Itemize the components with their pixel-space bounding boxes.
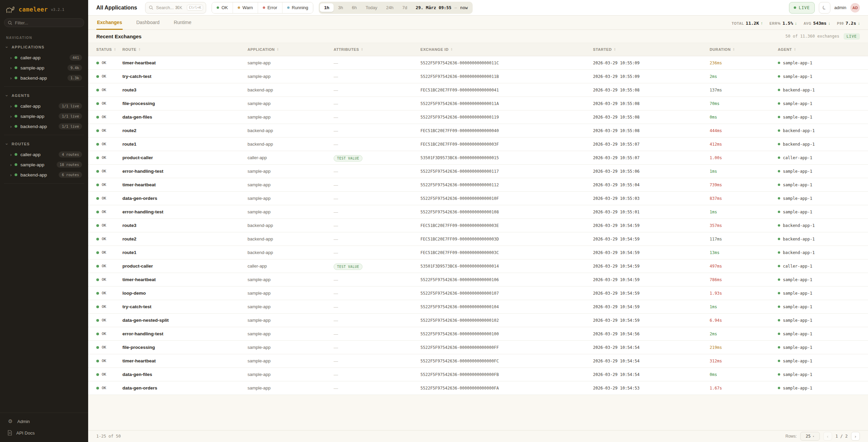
table-row[interactable]: OKfile-processingsample-app—5522F5F97542… — [88, 341, 868, 354]
avatar[interactable]: AD — [850, 3, 860, 13]
global-search[interactable]: Ctrl+K — [145, 2, 206, 14]
stat-value: 1.5% — [783, 21, 793, 26]
sidebar-item-admin[interactable]: ⚙ Admin — [4, 416, 84, 427]
column-header-status[interactable]: STATUS▲▼ — [96, 47, 122, 51]
attribute-badge: TEST VALUE — [334, 264, 362, 270]
table-row[interactable]: OKdata-gen-filessample-app—5522F5F975426… — [88, 368, 868, 381]
table-row[interactable]: OKdata-gen-nested-splitsample-app—5522F5… — [88, 314, 868, 327]
table-row[interactable]: OKerror-handling-testsample-app—5522F5F9… — [88, 205, 868, 219]
column-header-duration[interactable]: DURATION▲▼ — [710, 47, 778, 51]
filter-chip-running[interactable]: Running — [282, 2, 313, 13]
time-range-1h[interactable]: 1h — [320, 3, 334, 12]
column-header-exchange-id[interactable]: EXCHANGE ID▲▼ — [420, 47, 593, 51]
filter-chip-ok[interactable]: OK — [212, 2, 233, 13]
table-row[interactable]: OKtimer-heartbeatsample-app—5522F5F97542… — [88, 178, 868, 192]
column-header-started[interactable]: STARTED▲▼ — [593, 47, 710, 51]
cell-started: 2026-03-29 10:54:53 — [593, 386, 710, 391]
table-row[interactable]: OKtry-catch-testsample-app—5522F5F975426… — [88, 70, 868, 83]
filter-chip-error[interactable]: Error — [258, 2, 282, 13]
sidebar-item-agents-caller-app[interactable]: ›caller-app1/1 live — [4, 101, 84, 111]
agent-name: sample-app-1 — [783, 359, 812, 363]
table-row[interactable]: OKtimer-heartbeatsample-app—5522F5F97542… — [88, 354, 868, 368]
table-row[interactable]: OKroute3backend-app—FEC51BC20E7FF09-0000… — [88, 83, 868, 97]
agent-name: caller-app-1 — [783, 264, 812, 269]
agent-dot-icon — [778, 360, 780, 362]
table-row[interactable]: OKerror-handling-testsample-app—5522F5F9… — [88, 327, 868, 341]
tab-dashboard[interactable]: Dashboard — [136, 20, 160, 29]
table-row[interactable]: OKtry-catch-testsample-app—5522F5F975426… — [88, 300, 868, 314]
global-search-input[interactable] — [156, 5, 184, 10]
table-row[interactable]: OKroute3backend-app—FEC51BC20E7FF09-0000… — [88, 219, 868, 232]
stat-total: TOTAL11.2K↑ — [732, 21, 763, 26]
sidebar-item-routes-caller-app[interactable]: ›caller-app4 routes — [4, 149, 84, 160]
next-page-button[interactable]: › — [851, 432, 860, 441]
sidebar-item-api-docs[interactable]: API Docs — [4, 427, 84, 439]
table-row[interactable]: OKloop-demosample-app—5522F5F97542636-00… — [88, 287, 868, 300]
status-dot-icon — [238, 6, 240, 9]
live-toggle-button[interactable]: LIVE — [789, 2, 815, 14]
cell-agent: sample-app-1 — [778, 183, 860, 187]
table-row[interactable]: OKroute2backend-app—FEC51BC20E7FF09-0000… — [88, 232, 868, 246]
cell-started: 2026-03-29 10:54:59 — [593, 318, 710, 323]
rows-per-page-select[interactable]: 25 ▾ — [800, 432, 820, 441]
dark-mode-toggle[interactable]: ☾ — [819, 2, 830, 14]
table-row[interactable]: OKroute2backend-app—FEC51BC20E7FF09-0000… — [88, 124, 868, 138]
chevron-right-icon: › — [10, 76, 12, 80]
table-row[interactable]: OKdata-gen-orderssample-app—5522F5F97542… — [88, 381, 868, 395]
cell-status: OK — [96, 142, 122, 146]
table-row[interactable]: OKroute1backend-app—FEC51BC20E7FF09-0000… — [88, 246, 868, 259]
table-row[interactable]: OKdata-gen-orderssample-app—5522F5F97542… — [88, 192, 868, 205]
prev-page-button[interactable]: ‹ — [823, 432, 832, 441]
sidebar-group-header-applications[interactable]: ›APPLICATIONS — [4, 42, 84, 52]
time-range-3h[interactable]: 3h — [334, 3, 347, 12]
table-row[interactable]: OKproduct-callercaller-appTEST VALUE5350… — [88, 259, 868, 273]
cell-duration: 1ms — [710, 210, 778, 214]
sidebar-item-applications-caller-app[interactable]: ›caller-app441 — [4, 52, 84, 63]
table-row[interactable]: OKroute1backend-app—FEC51BC20E7FF09-0000… — [88, 138, 868, 151]
sidebar-filter-input[interactable] — [15, 20, 80, 25]
cell-duration: 0ms — [710, 115, 778, 120]
cell-exchange-id: 5522F5F97542636-0000000000000108 — [420, 210, 593, 214]
column-header-application[interactable]: APPLICATION▲▼ — [248, 47, 334, 51]
cell-application: sample-app — [248, 291, 334, 296]
agent-dot-icon — [778, 170, 780, 172]
sidebar-item-applications-sample-app[interactable]: ›sample-app9.4k — [4, 63, 84, 73]
time-range-6h[interactable]: 6h — [348, 3, 361, 12]
moon-icon: ☾ — [821, 4, 828, 12]
time-range-custom[interactable]: 29. März 09:55 — now — [412, 5, 472, 10]
table-row[interactable]: OKfile-processingsample-app—5522F5F97542… — [88, 97, 868, 110]
stat-label: AVG — [804, 22, 811, 25]
table-row[interactable]: OKerror-handling-testsample-app—5522F5F9… — [88, 165, 868, 178]
sidebar-filter[interactable] — [4, 18, 84, 27]
sidebar-item-agents-backend-app[interactable]: ›backend-app1/1 live — [4, 121, 84, 131]
cell-attributes: — — [334, 195, 420, 202]
tab-runtime[interactable]: Runtime — [173, 20, 192, 29]
table-row[interactable]: OKdata-gen-filessample-app—5522F5F975426… — [88, 110, 868, 124]
table-row[interactable]: OKtimer-heartbeatsample-app—5522F5F97542… — [88, 273, 868, 287]
filter-chip-warn[interactable]: Warn — [233, 2, 258, 13]
pagination-controls: Rows: 25 ▾ ‹ 1 / 2 › — [786, 432, 860, 441]
table-row[interactable]: OKproduct-callercaller-appTEST VALUE5350… — [88, 151, 868, 165]
status-label: OK — [102, 101, 106, 106]
cell-duration: 236ms — [710, 61, 778, 65]
sidebar-group-header-routes[interactable]: ›ROUTES — [4, 139, 84, 149]
live-label: LIVE — [799, 5, 810, 10]
column-header-agent[interactable]: AGENT▲▼ — [778, 47, 860, 51]
cell-started: 2026-03-29 10:55:06 — [593, 169, 710, 174]
tab-exchanges[interactable]: Exchanges — [96, 20, 123, 29]
cell-agent: sample-app-1 — [778, 345, 860, 350]
time-range-7d[interactable]: 7d — [398, 3, 412, 12]
column-header-attributes[interactable]: ATTRIBUTES▲▼ — [334, 47, 420, 51]
sidebar-item-routes-backend-app[interactable]: ›backend-app6 routes — [4, 170, 84, 180]
status-ok-dot-icon — [96, 387, 99, 390]
chevron-down-icon: ▾ — [813, 435, 814, 438]
sidebar-group-header-agents[interactable]: ›AGENTS — [4, 90, 84, 101]
sidebar-item-applications-backend-app[interactable]: ›backend-app1.3k — [4, 73, 84, 83]
time-range-today[interactable]: Today — [361, 3, 382, 12]
cell-duration: 357ms — [710, 223, 778, 228]
sidebar-item-routes-sample-app[interactable]: ›sample-app18 routes — [4, 160, 84, 170]
time-range-24h[interactable]: 24h — [382, 3, 398, 12]
sidebar-item-agents-sample-app[interactable]: ›sample-app1/1 live — [4, 111, 84, 121]
table-row[interactable]: OKtimer-heartbeatsample-app—5522F5F97542… — [88, 56, 868, 70]
column-header-route[interactable]: ROUTE▲▼ — [122, 47, 248, 51]
